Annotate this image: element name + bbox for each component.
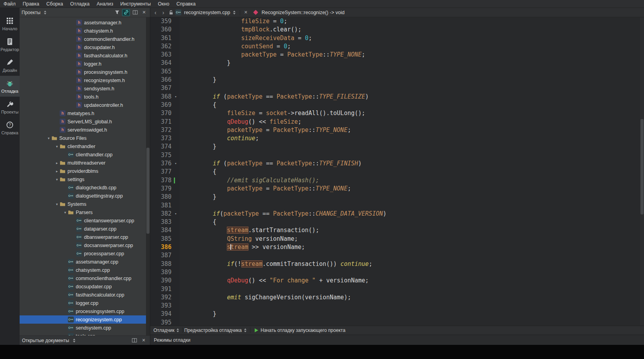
code-line[interactable]: //emit sigCalculateHash(); [184, 176, 644, 185]
fold-marker-icon[interactable]: ▾ [175, 93, 177, 101]
line-number[interactable]: 373 [150, 134, 173, 143]
line-number[interactable]: 393 [150, 302, 173, 310]
mode-projects[interactable]: Проекты [0, 97, 20, 117]
tree-item[interactable]: C++docsupdater.cpp [20, 282, 150, 291]
line-number[interactable]: 384 [150, 226, 173, 234]
line-number[interactable]: 362 [150, 42, 173, 51]
menu-item-6[interactable]: Окно [154, 0, 173, 7]
line-number[interactable]: 392 [150, 293, 173, 302]
tree-item[interactable]: ▾settings [20, 175, 150, 183]
tree-item[interactable]: C++tools.cpp [20, 332, 150, 335]
line-number[interactable]: 366 [150, 76, 173, 84]
code-line[interactable] [184, 251, 644, 260]
start-debug-icon[interactable] [255, 328, 258, 332]
line-number[interactable]: 361 [150, 34, 173, 42]
collapse-icon[interactable]: ▾ [54, 202, 60, 206]
tree-item[interactable]: C++processparser.cpp [20, 249, 150, 258]
tree-item[interactable]: C++dialogsettingstray.cpp [20, 192, 150, 200]
tree-item[interactable]: C++clientanswerparser.cpp [20, 216, 150, 225]
projects-panel-title[interactable]: Проекты [22, 10, 40, 15]
tree-item[interactable]: C++recognizesystem.cpp [20, 315, 150, 324]
open-documents-label[interactable]: Открытые документы [22, 338, 69, 343]
code-line[interactable]: stream.startTransaction(); [184, 226, 644, 234]
menu-item-5[interactable]: Инструменты [117, 0, 154, 7]
close-panel-icon[interactable]: ✕ [140, 9, 148, 16]
split-icon[interactable] [131, 9, 139, 16]
expand-icon[interactable]: ▸ [54, 161, 60, 165]
tree-item[interactable]: C++docsanswerparser.cpp [20, 241, 150, 249]
editor-scrollbar[interactable] [640, 17, 644, 326]
line-number[interactable]: 378 [150, 176, 173, 185]
code-line[interactable]: qDebug() << "For change " + versionName; [184, 277, 644, 285]
code-line[interactable]: } [184, 59, 644, 67]
line-number[interactable]: 371 [150, 118, 173, 126]
close-document-icon[interactable]: ✕ [242, 8, 249, 17]
close-panel-icon[interactable]: ✕ [140, 337, 148, 344]
symbol-selector[interactable]: RecognizeSystem::recognize() -> void [261, 10, 345, 15]
code-line[interactable]: } [184, 143, 644, 151]
code-area[interactable]: fileSize = 0; tmpBlock.clear(); sizeRece… [180, 17, 644, 326]
mode-help[interactable]: ?Справка [0, 117, 20, 138]
tree-item[interactable]: hchatsystem.h [20, 27, 150, 35]
back-icon[interactable]: ‹ [152, 8, 159, 17]
line-number[interactable]: 370 [150, 109, 173, 117]
code-line[interactable]: { [184, 101, 644, 109]
collapse-icon[interactable]: ▾ [54, 178, 60, 181]
line-number[interactable]: 372 [150, 126, 173, 134]
tree-item[interactable]: hlogger.h [20, 60, 150, 68]
code-line[interactable]: if (packetType == PacketType::TYPE_FILES… [184, 93, 644, 101]
line-number[interactable]: 386 [150, 243, 173, 251]
code-line[interactable]: stream >> versionName; [184, 243, 644, 251]
code-line[interactable] [184, 201, 644, 210]
menu-item-7[interactable]: Справка [173, 0, 199, 7]
tree-item[interactable]: hsendsystem.h [20, 84, 150, 93]
line-number[interactable]: 374 [150, 143, 173, 151]
collapse-icon[interactable]: ▾ [62, 211, 68, 214]
collapse-icon[interactable]: ▾ [54, 145, 60, 148]
tree-item[interactable]: ▾Systems [20, 200, 150, 208]
tree-item[interactable]: ▸multithreadserver [20, 159, 150, 167]
code-line[interactable] [184, 68, 644, 76]
tree-item[interactable]: hmetatypes.h [20, 109, 150, 117]
expand-icon[interactable]: ▸ [54, 169, 60, 173]
tree-item[interactable]: C++dataparser.cpp [20, 225, 150, 233]
tree-item[interactable]: ▾Parsers [20, 208, 150, 216]
mode-welcome[interactable]: Начало [0, 13, 20, 34]
tree-item[interactable]: C++fasthashcalculator.cpp [20, 291, 150, 299]
collapse-icon[interactable]: ▾ [46, 136, 51, 140]
tree-item[interactable]: hdocsupdater.h [20, 43, 150, 51]
code-line[interactable]: fileSize = 0; [184, 17, 644, 26]
line-number[interactable]: 379 [150, 185, 173, 193]
line-number[interactable]: 382 [150, 210, 173, 218]
code-editor[interactable]: 359360361362363364365366367368▾369370371… [150, 17, 644, 326]
open-documents-arrows-icon[interactable] [73, 339, 75, 343]
mode-design[interactable]: Дизайн [0, 55, 20, 76]
tree-item[interactable]: C++processingsystem.cpp [20, 307, 150, 315]
tree-scrollbar-thumb[interactable] [146, 148, 150, 234]
tree-scrollbar[interactable] [146, 17, 150, 335]
line-number[interactable]: 394 [150, 310, 173, 318]
mode-debug[interactable]: Отладка [0, 76, 20, 97]
code-line[interactable]: QString versionName; [184, 235, 644, 243]
line-number[interactable]: 389 [150, 268, 173, 277]
menu-item-4[interactable]: Анализ [93, 0, 117, 7]
tree-item[interactable]: htools.h [20, 93, 150, 101]
split-icon[interactable] [130, 337, 138, 344]
debugger-select-arrows-icon[interactable] [177, 328, 179, 332]
line-number[interactable]: 364 [150, 59, 173, 67]
menu-item-3[interactable]: Отладка [67, 0, 93, 7]
filter-icon[interactable] [113, 9, 121, 16]
debugger-select[interactable]: Отладчик [153, 328, 174, 333]
line-number[interactable]: 377 [150, 168, 173, 176]
code-line[interactable]: if (packetType == PacketType::TYPE_FINIS… [184, 159, 644, 168]
line-number[interactable]: 375 [150, 151, 173, 159]
mode-edit[interactable]: Редактор [0, 34, 20, 55]
preset-select-arrows-icon[interactable] [244, 328, 246, 332]
menu-item-0[interactable]: Файл [0, 0, 19, 7]
code-line[interactable]: { [184, 168, 644, 176]
line-number[interactable]: 391 [150, 285, 173, 293]
line-number[interactable]: 360 [150, 26, 173, 34]
tree-item[interactable]: hfasthashcalculator.h [20, 51, 150, 60]
code-line[interactable]: continue; [184, 134, 644, 143]
line-number[interactable]: 387 [150, 251, 173, 260]
